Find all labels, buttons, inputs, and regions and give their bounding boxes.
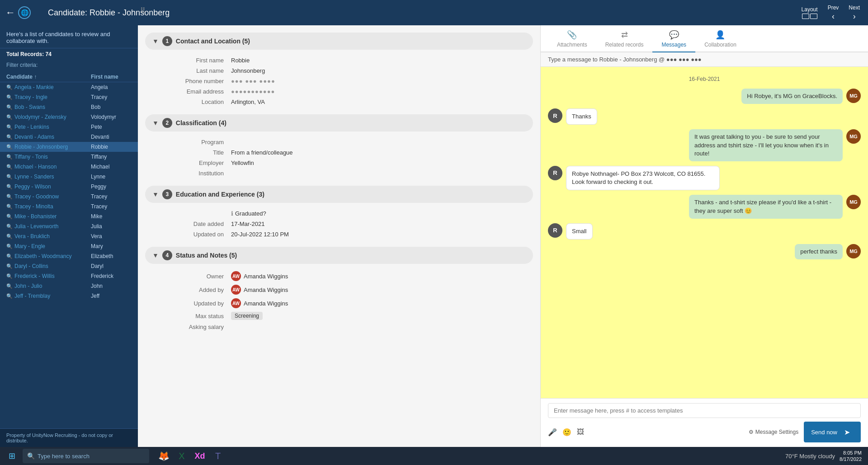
taskbar-time-value: 8:05 PM — [840, 450, 862, 456]
field-value: 17-Mar-2021 — [231, 221, 264, 227]
candidate-firstname: Michael — [91, 164, 132, 170]
section-header[interactable]: ▼ 4 Status and Notes (5) — [145, 247, 533, 264]
list-item[interactable]: 🔍 Volodymyr - Zelensky Volodymyr — [0, 112, 138, 122]
list-item[interactable]: 🔍 Robbie - Johnsonberg Robbie — [0, 142, 138, 152]
tab-related-records[interactable]: ⇄ Related records — [596, 25, 653, 52]
search-icon: 🔍 — [6, 184, 13, 190]
list-item[interactable]: 🔍 Mike - Bohanister Mike — [0, 211, 138, 221]
candidate-name: 🔍 Bob - Swans — [6, 104, 91, 110]
candidate-firstname: Tracey — [91, 94, 132, 100]
next-arrow-icon: › — [853, 12, 856, 21]
emoji-icon[interactable]: 🙂 — [562, 428, 571, 437]
section-content: First nameRobbieLast nameJohnsonbergPhon… — [145, 55, 533, 114]
tab-messages[interactable]: 💬 Messages — [652, 25, 695, 52]
candidate-name-text: Tracey - Goodnow — [14, 193, 59, 200]
list-item[interactable]: 🔍 Tiffany - Tonis Tiffany — [0, 152, 138, 162]
field-label: Title — [163, 149, 231, 156]
teams-icon: T — [215, 451, 221, 461]
list-item[interactable]: 🔍 Vera - Bruklich Vera — [0, 231, 138, 241]
grid-handle[interactable]: ⠿ — [140, 6, 146, 15]
taskbar-app-teams[interactable]: T — [210, 448, 226, 464]
list-item[interactable]: 🔍 Daryl - Collins Daryl — [0, 261, 138, 271]
candidate-name-text: Tiffany - Tonis — [14, 154, 48, 160]
section-toggle-icon: ▼ — [152, 252, 159, 259]
message-row: Thanks - and t-shirt size please if you'… — [548, 195, 861, 218]
field-label: Date added — [163, 221, 231, 227]
list-item[interactable]: 🔍 Julia - Levenworth Julia — [0, 221, 138, 231]
prev-button[interactable]: Prev ‹ — [824, 3, 843, 23]
candidate-firstname: Daryl — [91, 263, 132, 269]
search-icon: 🔍 — [6, 224, 13, 230]
field-row: Added byAWAmanda Wiggins — [163, 283, 524, 296]
candidate-name: 🔍 Tracey - Goodnow — [6, 193, 91, 200]
message-settings-button[interactable]: ⚙ Message Settings — [749, 429, 798, 435]
list-item[interactable]: 🔍 Frederick - Willis Frederick — [0, 271, 138, 281]
taskbar-app-xd[interactable]: Xd — [192, 448, 208, 464]
send-now-button[interactable]: Send now ➤ — [804, 422, 861, 442]
message-row: R Robye Nothnagel- PO Box 273 Wolcott, C… — [548, 166, 861, 190]
section-content: ℹGraduated?Date added17-Mar-2021Updated … — [145, 208, 533, 247]
field-label: Email address — [163, 88, 231, 95]
list-item[interactable]: 🔍 John - Julio John — [0, 281, 138, 291]
candidate-name-text: Tracey - Ingle — [14, 94, 47, 100]
taskbar-search-placeholder: Type here to search — [38, 453, 90, 460]
field-value: ℹGraduated? — [231, 210, 266, 217]
candidate-name-text: Michael - Hanson — [14, 164, 57, 170]
section-title: Contact and Location (5) — [176, 38, 250, 45]
image-icon[interactable]: 🖼 — [577, 428, 584, 436]
field-row: First nameRobbie — [163, 55, 524, 66]
field-label: Asking salary — [163, 324, 231, 330]
search-icon: 🔍 — [6, 204, 13, 210]
main-layout: Here's a list of candidates to review an… — [0, 25, 868, 447]
section-header[interactable]: ▼ 1 Contact and Location (5) — [145, 33, 533, 50]
section-header[interactable]: ▼ 3 Education and Experience (3) — [145, 186, 533, 203]
taskbar-app-excel[interactable]: X — [174, 448, 190, 464]
back-button[interactable]: ← — [5, 7, 15, 19]
avatar: R — [548, 108, 562, 123]
field-label: Updated on — [163, 231, 231, 238]
list-item[interactable]: 🔍 Angela - Mankie Angela — [0, 82, 138, 92]
field-row: LocationArlington, VA — [163, 97, 524, 107]
field-label: Employer — [163, 160, 231, 166]
message-input[interactable] — [548, 403, 861, 418]
sidebar-total-records: Total Records: 74 — [0, 48, 138, 60]
list-item[interactable]: 🔍 Tracey - Goodnow Tracey — [0, 192, 138, 202]
candidate-name: 🔍 Tracey - Ingle — [6, 94, 91, 100]
list-item[interactable]: 🔍 Lynne - Sanders Lynne — [0, 172, 138, 182]
list-item[interactable]: 🔍 Bob - Swans Bob — [0, 102, 138, 112]
candidate-name: 🔍 Michael - Hanson — [6, 164, 91, 170]
windows-start-button[interactable]: ⊞ — [4, 448, 20, 464]
layout-button[interactable]: Layout — [798, 5, 821, 21]
message-tool-icons: 🎤 🙂 🖼 — [548, 428, 584, 437]
search-icon: 🔍 — [6, 244, 13, 249]
candidate-firstname: Mike — [91, 213, 132, 220]
list-item[interactable]: 🔍 Devanti - Adams Devanti — [0, 132, 138, 142]
candidate-name-text: Devanti - Adams — [14, 134, 54, 140]
list-item[interactable]: 🔍 Mary - Engle Mary — [0, 241, 138, 251]
section-header[interactable]: ▼ 2 Classification (4) — [145, 114, 533, 132]
taskbar-search[interactable]: 🔍 Type here to search — [23, 449, 149, 463]
taskbar-app-firefox[interactable]: 🦊 — [156, 448, 172, 464]
taskbar-date-value: 8/17/2022 — [840, 456, 862, 462]
tab-attachments[interactable]: 📎 Attachments — [548, 25, 596, 52]
sidebar-table-header: Candidate ↑ First name — [0, 72, 138, 82]
candidate-firstname: Robbie — [91, 144, 132, 150]
candidate-name-text: Peggy - Wilson — [14, 183, 51, 190]
microphone-icon[interactable]: 🎤 — [548, 428, 557, 437]
candidate-name: 🔍 Devanti - Adams — [6, 134, 91, 140]
gear-icon: ⚙ — [749, 429, 754, 435]
list-item[interactable]: 🔍 Jeff - Tremblay Jeff — [0, 291, 138, 301]
list-item[interactable]: 🔍 Tracey - Minolta Tracey — [0, 202, 138, 211]
next-button[interactable]: Next › — [845, 3, 863, 23]
list-item[interactable]: 🔍 Michael - Hanson Michael — [0, 162, 138, 172]
field-label: First name — [163, 57, 231, 64]
tab-collaboration[interactable]: 👤 Collaboration — [695, 25, 745, 52]
list-item[interactable]: 🔍 Tracey - Ingle Tracey — [0, 92, 138, 102]
message-bubble: Hi Robye, it's MG on GraceBlocks. — [741, 89, 843, 104]
related-records-tab-icon: ⇄ — [621, 30, 628, 40]
date-divider: 16-Feb-2021 — [548, 74, 861, 84]
list-item[interactable]: 🔍 Elizabeth - Woodmancy Elizabeth — [0, 251, 138, 261]
list-item[interactable]: 🔍 Peggy - Wilson Peggy — [0, 182, 138, 192]
candidate-firstname: Vera — [91, 233, 132, 240]
list-item[interactable]: 🔍 Pete - Lenkins Pete — [0, 122, 138, 132]
